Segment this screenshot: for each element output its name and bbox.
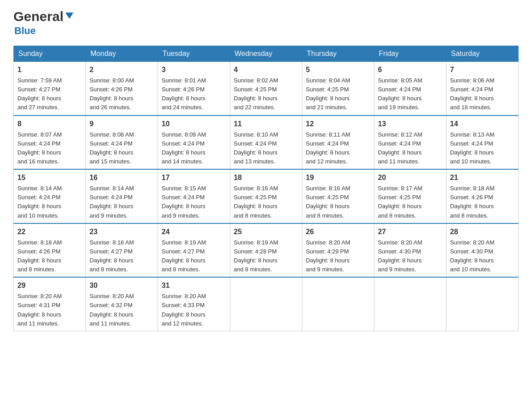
header-thursday: Thursday: [302, 46, 374, 62]
day-cell: 3Sunrise: 8:01 AMSunset: 4:26 PMDaylight…: [158, 62, 230, 116]
day-number: 12: [306, 119, 370, 129]
logo: General Blue: [13, 9, 74, 37]
day-info: Sunrise: 8:14 AMSunset: 4:24 PMDaylight:…: [90, 184, 154, 220]
day-number: 13: [378, 119, 442, 129]
day-number: 11: [234, 119, 298, 129]
day-cell: 8Sunrise: 8:07 AMSunset: 4:24 PMDaylight…: [14, 116, 86, 170]
calendar-header-row: SundayMondayTuesdayWednesdayThursdayFrid…: [14, 46, 519, 62]
day-cell: 19Sunrise: 8:16 AMSunset: 4:25 PMDayligh…: [302, 169, 374, 223]
day-cell: 18Sunrise: 8:16 AMSunset: 4:25 PMDayligh…: [230, 169, 302, 223]
header-wednesday: Wednesday: [230, 46, 302, 62]
day-cell: 22Sunrise: 8:18 AMSunset: 4:26 PMDayligh…: [14, 223, 86, 278]
logo-blue-text: Blue: [14, 25, 36, 37]
day-info: Sunrise: 8:00 AMSunset: 4:26 PMDaylight:…: [90, 76, 154, 112]
week-row-1: 1Sunrise: 7:59 AMSunset: 4:27 PMDaylight…: [14, 62, 519, 116]
day-cell: 15Sunrise: 8:14 AMSunset: 4:24 PMDayligh…: [14, 169, 86, 223]
header-tuesday: Tuesday: [158, 46, 230, 62]
day-cell: 29Sunrise: 8:20 AMSunset: 4:31 PMDayligh…: [14, 277, 86, 331]
day-number: 4: [234, 64, 298, 75]
day-info: Sunrise: 8:11 AMSunset: 4:24 PMDaylight:…: [306, 130, 370, 167]
day-info: Sunrise: 8:12 AMSunset: 4:24 PMDaylight:…: [378, 130, 442, 167]
day-info: Sunrise: 8:10 AMSunset: 4:24 PMDaylight:…: [234, 130, 298, 167]
day-cell: [446, 277, 519, 331]
day-cell: 6Sunrise: 8:05 AMSunset: 4:24 PMDaylight…: [374, 62, 446, 116]
day-number: 8: [17, 119, 82, 129]
day-cell: 23Sunrise: 8:18 AMSunset: 4:27 PMDayligh…: [86, 223, 158, 278]
day-number: 23: [90, 227, 154, 237]
day-info: Sunrise: 8:15 AMSunset: 4:24 PMDaylight:…: [162, 184, 226, 220]
week-row-5: 29Sunrise: 8:20 AMSunset: 4:31 PMDayligh…: [14, 277, 519, 331]
day-info: Sunrise: 8:08 AMSunset: 4:24 PMDaylight:…: [90, 130, 154, 167]
day-info: Sunrise: 8:20 AMSunset: 4:30 PMDaylight:…: [378, 238, 442, 274]
day-number: 19: [306, 172, 370, 183]
day-cell: 27Sunrise: 8:20 AMSunset: 4:30 PMDayligh…: [374, 223, 446, 278]
day-info: Sunrise: 8:20 AMSunset: 4:31 PMDaylight:…: [17, 292, 82, 328]
page-header: General Blue: [13, 9, 519, 37]
logo-general-text: General: [13, 9, 64, 24]
day-cell: 14Sunrise: 8:13 AMSunset: 4:24 PMDayligh…: [446, 116, 519, 170]
day-cell: 12Sunrise: 8:11 AMSunset: 4:24 PMDayligh…: [302, 116, 374, 170]
day-info: Sunrise: 8:20 AMSunset: 4:30 PMDaylight:…: [450, 238, 515, 274]
day-info: Sunrise: 8:13 AMSunset: 4:24 PMDaylight:…: [450, 130, 515, 167]
day-cell: 1Sunrise: 7:59 AMSunset: 4:27 PMDaylight…: [14, 62, 86, 116]
day-cell: 13Sunrise: 8:12 AMSunset: 4:24 PMDayligh…: [374, 116, 446, 170]
day-number: 21: [450, 172, 515, 183]
day-info: Sunrise: 8:16 AMSunset: 4:25 PMDaylight:…: [306, 184, 370, 220]
day-number: 16: [90, 172, 154, 183]
day-info: Sunrise: 8:19 AMSunset: 4:27 PMDaylight:…: [162, 238, 226, 274]
day-cell: 2Sunrise: 8:00 AMSunset: 4:26 PMDaylight…: [86, 62, 158, 116]
day-cell: 20Sunrise: 8:17 AMSunset: 4:25 PMDayligh…: [374, 169, 446, 223]
header-sunday: Sunday: [14, 46, 86, 62]
day-number: 26: [306, 227, 370, 237]
week-row-2: 8Sunrise: 8:07 AMSunset: 4:24 PMDaylight…: [14, 116, 519, 170]
day-info: Sunrise: 8:14 AMSunset: 4:24 PMDaylight:…: [17, 184, 82, 220]
day-info: Sunrise: 7:59 AMSunset: 4:27 PMDaylight:…: [17, 76, 82, 112]
day-cell: 16Sunrise: 8:14 AMSunset: 4:24 PMDayligh…: [86, 169, 158, 223]
day-cell: [302, 277, 374, 331]
day-cell: 30Sunrise: 8:20 AMSunset: 4:32 PMDayligh…: [86, 277, 158, 331]
day-info: Sunrise: 8:09 AMSunset: 4:24 PMDaylight:…: [162, 130, 226, 167]
day-cell: 11Sunrise: 8:10 AMSunset: 4:24 PMDayligh…: [230, 116, 302, 170]
week-row-3: 15Sunrise: 8:14 AMSunset: 4:24 PMDayligh…: [14, 169, 519, 223]
day-number: 1: [17, 64, 82, 75]
day-cell: [374, 277, 446, 331]
day-number: 27: [378, 227, 442, 237]
day-cell: 17Sunrise: 8:15 AMSunset: 4:24 PMDayligh…: [158, 169, 230, 223]
day-info: Sunrise: 8:18 AMSunset: 4:26 PMDaylight:…: [17, 238, 82, 274]
calendar-table: SundayMondayTuesdayWednesdayThursdayFrid…: [13, 46, 519, 331]
day-number: 14: [450, 119, 515, 129]
day-number: 22: [17, 227, 82, 237]
day-cell: 25Sunrise: 8:19 AMSunset: 4:28 PMDayligh…: [230, 223, 302, 278]
day-number: 7: [450, 64, 515, 75]
day-number: 15: [17, 172, 82, 183]
day-info: Sunrise: 8:07 AMSunset: 4:24 PMDaylight:…: [17, 130, 82, 167]
day-info: Sunrise: 8:05 AMSunset: 4:24 PMDaylight:…: [378, 76, 442, 112]
day-number: 2: [90, 64, 154, 75]
day-number: 9: [90, 119, 154, 129]
day-info: Sunrise: 8:20 AMSunset: 4:32 PMDaylight:…: [90, 292, 154, 328]
day-info: Sunrise: 8:17 AMSunset: 4:25 PMDaylight:…: [378, 184, 442, 220]
day-number: 17: [162, 172, 226, 183]
day-number: 6: [378, 64, 442, 75]
day-cell: 10Sunrise: 8:09 AMSunset: 4:24 PMDayligh…: [158, 116, 230, 170]
day-number: 3: [162, 64, 226, 75]
header-monday: Monday: [86, 46, 158, 62]
day-info: Sunrise: 8:20 AMSunset: 4:33 PMDaylight:…: [162, 292, 226, 328]
day-cell: 5Sunrise: 8:04 AMSunset: 4:25 PMDaylight…: [302, 62, 374, 116]
day-number: 25: [234, 227, 298, 237]
day-info: Sunrise: 8:02 AMSunset: 4:25 PMDaylight:…: [234, 76, 298, 112]
day-info: Sunrise: 8:04 AMSunset: 4:25 PMDaylight:…: [306, 76, 370, 112]
day-number: 29: [17, 280, 82, 291]
day-info: Sunrise: 8:18 AMSunset: 4:27 PMDaylight:…: [90, 238, 154, 274]
day-cell: 4Sunrise: 8:02 AMSunset: 4:25 PMDaylight…: [230, 62, 302, 116]
week-row-4: 22Sunrise: 8:18 AMSunset: 4:26 PMDayligh…: [14, 223, 519, 278]
day-number: 5: [306, 64, 370, 75]
day-info: Sunrise: 8:19 AMSunset: 4:28 PMDaylight:…: [234, 238, 298, 274]
header-friday: Friday: [374, 46, 446, 62]
day-info: Sunrise: 8:18 AMSunset: 4:26 PMDaylight:…: [450, 184, 515, 220]
day-cell: 24Sunrise: 8:19 AMSunset: 4:27 PMDayligh…: [158, 223, 230, 278]
day-number: 31: [162, 280, 226, 291]
svg-marker-0: [65, 13, 73, 19]
day-cell: 7Sunrise: 8:06 AMSunset: 4:24 PMDaylight…: [446, 62, 519, 116]
day-number: 10: [162, 119, 226, 129]
